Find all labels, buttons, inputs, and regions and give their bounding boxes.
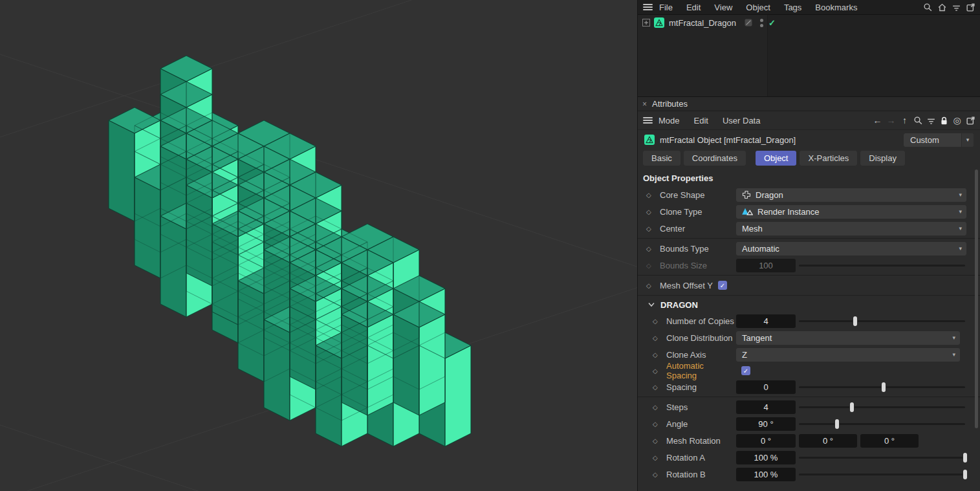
tab-coordinates[interactable]: Coordinates — [684, 151, 746, 166]
edit-toggle-icon[interactable] — [743, 17, 754, 28]
mesh-rotation-label: Mesh Rotation — [666, 436, 736, 446]
diamond-icon: ◇ — [646, 208, 653, 215]
up-icon[interactable]: ↑ — [898, 115, 911, 125]
object-properties-section: Object Properties ◇ Core Shape Dragon ▾ … — [638, 167, 980, 491]
row-rotation-a: ◇ Rotation A 100 % — [638, 449, 980, 466]
rotation-a-field[interactable]: 100 % — [736, 451, 796, 464]
clone-distribution-label: Clone Distribution — [666, 333, 736, 343]
rotation-b-slider[interactable] — [799, 468, 965, 481]
spacing-field[interactable]: 0 — [736, 380, 796, 394]
clone-type-label: Clone Type — [660, 207, 736, 217]
bounds-size-field: 100 — [736, 259, 796, 272]
chevron-down-icon: ▾ — [959, 191, 962, 198]
menu-edit[interactable]: Edit — [694, 116, 708, 125]
diamond-icon: ◇ — [653, 471, 659, 478]
diamond-icon: ◇ — [653, 334, 659, 342]
angle-field[interactable]: 90 ° — [736, 417, 796, 431]
menu-tags[interactable]: Tags — [784, 3, 801, 12]
new-window-icon[interactable] — [964, 1, 976, 13]
menu-bookmarks[interactable]: Bookmarks — [815, 3, 857, 12]
close-icon[interactable]: × — [642, 100, 647, 109]
separator — [638, 295, 980, 296]
row-rotation-b: ◇ Rotation B 100 % — [638, 466, 980, 483]
mesh-offset-y-checkbox[interactable]: ✓ — [718, 281, 727, 290]
row-mesh-offset-y: ◇ Mesh Offset Y ✓ — [638, 277, 980, 294]
core-shape-dropdown[interactable]: Dragon ▾ — [736, 188, 966, 202]
hamburger-icon[interactable] — [643, 117, 653, 124]
back-icon[interactable]: ← — [871, 115, 884, 125]
chevron-down-icon: ▾ — [959, 225, 962, 232]
tab-object[interactable]: Object — [756, 151, 797, 166]
new-window-icon[interactable] — [964, 115, 976, 126]
dragon-group-header[interactable]: DRAGON — [638, 297, 980, 312]
automatic-spacing-checkbox[interactable]: ✓ — [741, 366, 750, 375]
diamond-icon: ◇ — [653, 367, 659, 375]
angle-slider[interactable] — [799, 417, 965, 431]
number-of-copies-slider[interactable] — [799, 314, 965, 328]
search-icon[interactable] — [912, 115, 924, 126]
clone-axis-label: Clone Axis — [666, 350, 736, 360]
tab-x-particles[interactable]: X-Particles — [800, 151, 857, 166]
diamond-icon: ◇ — [653, 454, 659, 461]
tab-basic[interactable]: Basic — [643, 151, 681, 166]
number-of-copies-field[interactable]: 4 — [736, 314, 796, 328]
hamburger-icon[interactable] — [643, 4, 653, 11]
lock-icon[interactable] — [938, 115, 950, 126]
menu-user-data[interactable]: User Data — [723, 116, 761, 125]
filter-icon[interactable] — [950, 1, 962, 13]
tab-display[interactable]: Display — [860, 151, 905, 166]
mesh-rotation-x-field[interactable]: 0 ° — [736, 434, 796, 448]
bounds-type-dropdown[interactable]: Automatic ▾ — [736, 242, 966, 256]
rotation-b-label: Rotation B — [666, 470, 736, 479]
row-number-of-copies: ◇ Number of Copies 4 — [638, 312, 980, 329]
center-label: Center — [660, 224, 736, 234]
clone-type-dropdown[interactable]: Render Instance ▾ — [736, 205, 966, 219]
forward-icon[interactable]: → — [885, 115, 897, 125]
spacing-label: Spacing — [666, 382, 736, 392]
row-bounds-type: ◇ Bounds Type Automatic ▾ — [638, 240, 980, 257]
menu-object[interactable]: Object — [746, 3, 770, 12]
preset-dropdown[interactable]: Custom ▾ — [904, 133, 974, 147]
fractal-object-icon[interactable] — [654, 17, 664, 28]
attributes-panel: × Attributes Mode Edit User Data ← → ↑ — [638, 97, 980, 491]
chevron-down-icon: ▾ — [959, 245, 962, 252]
menu-view[interactable]: View — [714, 3, 732, 12]
row-clone-type: ◇ Clone Type Render Instance ▾ — [638, 203, 980, 220]
steps-field[interactable]: 4 — [736, 400, 796, 414]
expand-box-icon[interactable] — [640, 17, 652, 28]
object-row-mtfractal-dragon[interactable]: mtFractal_Dragon ✓ — [638, 15, 980, 30]
object-name[interactable]: mtFractal_Dragon — [669, 18, 736, 28]
scrollbar-thumb[interactable] — [975, 169, 978, 428]
center-dropdown[interactable]: Mesh ▾ — [736, 222, 966, 235]
menu-file[interactable]: File — [659, 3, 673, 12]
clone-axis-value: Z — [742, 350, 747, 360]
3d-viewport[interactable] — [0, 0, 637, 491]
steps-slider[interactable] — [799, 400, 965, 414]
mesh-rotation-z-field[interactable]: 0 ° — [860, 434, 919, 448]
fractal-dragon-render — [0, 0, 637, 491]
target-icon[interactable]: ◎ — [951, 115, 963, 125]
menu-mode[interactable]: Mode — [659, 116, 680, 125]
row-automatic-spacing: ◇ Automatic Spacing ✓ — [638, 363, 980, 378]
attributes-toolbar: Mode Edit User Data ← → ↑ ◎ — [638, 111, 980, 130]
visibility-dots-icon[interactable] — [760, 19, 763, 27]
chevron-down-icon — [648, 301, 655, 308]
enabled-check-icon[interactable]: ✓ — [768, 18, 776, 28]
steps-label: Steps — [666, 402, 736, 412]
rotation-a-label: Rotation A — [666, 453, 736, 463]
spacing-slider[interactable] — [799, 380, 965, 394]
rotation-b-field[interactable]: 100 % — [736, 468, 796, 481]
clone-axis-dropdown[interactable]: Z ▾ — [736, 348, 960, 362]
number-of-copies-label: Number of Copies — [666, 316, 736, 326]
mesh-offset-y-label: Mesh Offset Y — [660, 281, 713, 290]
home-icon[interactable] — [936, 1, 948, 13]
search-icon[interactable] — [922, 1, 933, 13]
diamond-icon: ◇ — [646, 245, 653, 252]
clone-distribution-dropdown[interactable]: Tangent ▾ — [736, 331, 960, 345]
mesh-rotation-y-field[interactable]: 0 ° — [799, 434, 857, 448]
diamond-icon: ◇ — [653, 384, 659, 391]
scrollbar[interactable] — [975, 168, 978, 490]
menu-edit[interactable]: Edit — [686, 3, 701, 12]
filter-icon[interactable] — [925, 115, 937, 126]
rotation-a-slider[interactable] — [799, 451, 965, 464]
